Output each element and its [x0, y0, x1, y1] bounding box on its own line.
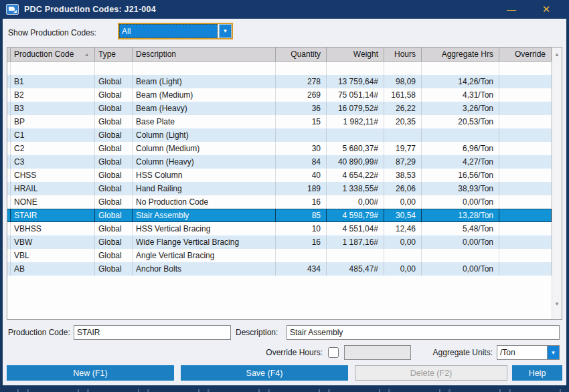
cell-quantity[interactable]: 189	[276, 182, 327, 195]
cell-override[interactable]	[499, 142, 552, 155]
cell-production-code[interactable]: C2	[11, 142, 95, 155]
cell-override[interactable]	[499, 249, 552, 262]
cell-hours[interactable]: 38,53	[384, 169, 422, 182]
cell-quantity[interactable]: 15	[276, 115, 327, 128]
table-row[interactable]	[7, 62, 552, 75]
cell-weight[interactable]: 4 598,79#	[327, 209, 384, 222]
column-header-weight[interactable]: Weight	[327, 47, 384, 61]
cell-description[interactable]	[133, 62, 276, 75]
cell-hours[interactable]: 26,06	[384, 182, 422, 195]
description-input[interactable]	[287, 325, 560, 340]
cell-override[interactable]	[499, 62, 552, 75]
cell-weight[interactable]	[327, 249, 384, 262]
cell-production-code[interactable]: NONE	[11, 195, 95, 209]
scroll-down-icon[interactable]: ▼	[552, 299, 562, 308]
cell-quantity[interactable]: 84	[276, 155, 327, 169]
cell-description[interactable]: No Production Code	[133, 195, 276, 209]
cell-weight[interactable]: 4 551,04#	[327, 222, 384, 235]
cell-hours[interactable]: 0,00	[384, 195, 422, 209]
cell-production-code[interactable]: B2	[11, 88, 95, 102]
cell-hours[interactable]: 20,35	[384, 115, 422, 128]
cell-production-code[interactable]: VBW	[11, 235, 95, 249]
column-header-quantity[interactable]: Quantity	[276, 47, 327, 61]
chevron-down-icon[interactable]: ▼	[219, 24, 232, 38]
cell-type[interactable]: Global	[95, 222, 133, 235]
column-header-production-code[interactable]: Production Code ▲	[11, 47, 95, 61]
cell-hours[interactable]: 87,29	[384, 155, 422, 169]
cell-quantity[interactable]: 278	[276, 75, 327, 88]
cell-weight[interactable]: 5 680,37#	[327, 142, 384, 155]
close-button[interactable]: ✕	[529, 0, 564, 19]
cell-hours[interactable]	[384, 249, 422, 262]
cell-description[interactable]: Anchor Bolts	[133, 262, 276, 276]
table-row[interactable]: HRAILGlobalHand Railing1891 338,55#26,06…	[7, 182, 552, 195]
cell-aggregate-hrs[interactable]: 6,96/Ton	[422, 142, 499, 155]
cell-weight[interactable]: 1 982,11#	[327, 115, 384, 128]
cell-description[interactable]: Hand Railing	[133, 182, 276, 195]
cell-type[interactable]: Global	[95, 262, 133, 276]
table-row[interactable]: C2GlobalColumn (Medium)305 680,37#19,776…	[7, 142, 552, 155]
cell-production-code[interactable]: C1	[11, 128, 95, 142]
cell-description[interactable]: Beam (Heavy)	[133, 102, 276, 115]
cell-description[interactable]: Column (Light)	[133, 128, 276, 142]
cell-aggregate-hrs[interactable]: 0,00/Ton	[422, 195, 499, 209]
cell-override[interactable]	[499, 195, 552, 209]
cell-type[interactable]: Global	[95, 182, 133, 195]
cell-aggregate-hrs[interactable]: 3,26/Ton	[422, 102, 499, 115]
table-row[interactable]: NONEGlobalNo Production Code160,00#0,000…	[7, 195, 552, 209]
cell-quantity[interactable]: 40	[276, 169, 327, 182]
cell-quantity[interactable]	[276, 62, 327, 75]
help-button[interactable]: Help	[512, 365, 562, 381]
cell-type[interactable]: Global	[95, 209, 133, 222]
cell-override[interactable]	[499, 128, 552, 142]
cell-quantity[interactable]: 269	[276, 88, 327, 102]
cell-production-code[interactable]: BP	[11, 115, 95, 128]
cell-production-code[interactable]: STAIR	[11, 209, 95, 222]
cell-production-code[interactable]: VBHSS	[11, 222, 95, 235]
cell-aggregate-hrs[interactable]: 4,27/Ton	[422, 155, 499, 169]
table-row[interactable]: CHSSGlobalHSS Column404 654,22#38,5316,5…	[7, 169, 552, 182]
cell-type[interactable]: Global	[95, 249, 133, 262]
cell-type[interactable]: Global	[95, 169, 133, 182]
cell-type[interactable]: Global	[95, 195, 133, 209]
cell-quantity[interactable]	[276, 128, 327, 142]
cell-quantity[interactable]: 16	[276, 195, 327, 209]
production-code-input[interactable]	[74, 325, 231, 340]
column-header-type[interactable]: Type	[95, 47, 133, 61]
minimize-button[interactable]: —	[494, 0, 529, 19]
table-row[interactable]: ABGlobalAnchor Bolts434485,47#0,000,00/T…	[7, 262, 552, 276]
cell-override[interactable]	[499, 262, 552, 276]
cell-hours[interactable]: 0,00	[384, 262, 422, 276]
cell-quantity[interactable]: 36	[276, 102, 327, 115]
cell-aggregate-hrs[interactable]: 4,31/Ton	[422, 88, 499, 102]
cell-aggregate-hrs[interactable]: 5,48/Ton	[422, 222, 499, 235]
cell-description[interactable]: Wide Flange Vertical Bracing	[133, 235, 276, 249]
cell-quantity[interactable]: 16	[276, 235, 327, 249]
cell-weight[interactable]: 1 187,16#	[327, 235, 384, 249]
cell-hours[interactable]: 12,46	[384, 222, 422, 235]
cell-description[interactable]: Angle Vertical Bracing	[133, 249, 276, 262]
cell-aggregate-hrs[interactable]	[422, 128, 499, 142]
cell-weight[interactable]: 40 890,99#	[327, 155, 384, 169]
cell-type[interactable]: Global	[95, 155, 133, 169]
scroll-up-icon[interactable]: ▲	[552, 50, 562, 59]
cell-hours[interactable]: 19,77	[384, 142, 422, 155]
cell-production-code[interactable]: B3	[11, 102, 95, 115]
cell-quantity[interactable]: 434	[276, 262, 327, 276]
cell-description[interactable]: Base Plate	[133, 115, 276, 128]
cell-hours[interactable]	[384, 128, 422, 142]
cell-production-code[interactable]: AB	[11, 262, 95, 276]
cell-type[interactable]: Global	[95, 115, 133, 128]
cell-override[interactable]	[499, 182, 552, 195]
cell-weight[interactable]: 16 079,52#	[327, 102, 384, 115]
override-hours-checkbox[interactable]	[328, 347, 339, 358]
cell-override[interactable]	[499, 222, 552, 235]
cell-override[interactable]	[499, 235, 552, 249]
cell-aggregate-hrs[interactable]: 16,56/Ton	[422, 169, 499, 182]
show-production-codes-dropdown[interactable]: All ▼	[118, 23, 233, 39]
table-row[interactable]: STAIRGlobalStair Assembly854 598,79#30,5…	[7, 209, 552, 222]
cell-production-code[interactable]	[11, 62, 95, 75]
cell-aggregate-hrs[interactable]	[422, 62, 499, 75]
cell-hours[interactable]: 26,22	[384, 102, 422, 115]
chevron-down-icon[interactable]: ▼	[547, 346, 559, 359]
